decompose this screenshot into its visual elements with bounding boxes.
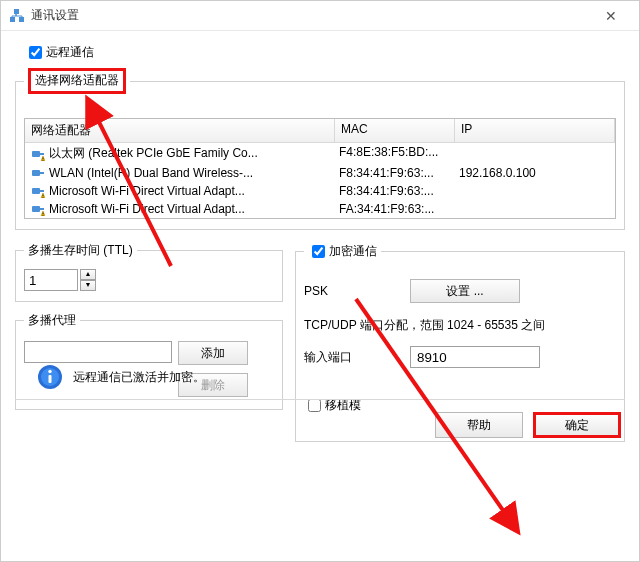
adapter-name: Microsoft Wi-Fi Direct Virtual Adapt... — [49, 202, 245, 216]
legend-highlight: 选择网络适配器 — [28, 68, 126, 94]
svg-rect-9 — [32, 188, 40, 194]
adapter-mac: F8:34:41:F9:63:... — [335, 184, 455, 198]
svg-rect-4 — [40, 153, 44, 155]
table-body: 以太网 (Realtek PCIe GbE Family Co...F4:8E:… — [25, 143, 615, 218]
table-row[interactable]: Microsoft Wi-Fi Direct Virtual Adapt...F… — [25, 200, 615, 218]
remote-comm-input[interactable] — [29, 46, 42, 59]
table-row[interactable]: 以太网 (Realtek PCIe GbE Family Co...F4:8E:… — [25, 143, 615, 164]
ttl-spin-up[interactable]: ▲ — [80, 269, 96, 280]
help-button[interactable]: 帮助 — [435, 412, 523, 438]
svg-rect-16 — [43, 215, 44, 216]
divider — [15, 399, 625, 400]
port-label: 输入端口 — [304, 349, 410, 366]
adapter-mac: FA:34:41:F9:63:... — [335, 202, 455, 216]
proxy-legend: 多播代理 — [24, 312, 80, 329]
adapter-mac: F8:34:41:F9:63:... — [335, 166, 455, 180]
svg-rect-12 — [43, 197, 44, 198]
svg-point-20 — [48, 370, 51, 373]
transplant-input[interactable] — [308, 399, 321, 412]
svg-rect-19 — [49, 375, 52, 383]
close-button[interactable]: ✕ — [591, 3, 631, 28]
bottom-buttons: 帮助 确定 — [435, 412, 621, 438]
svg-rect-13 — [32, 206, 40, 212]
svg-rect-3 — [32, 151, 40, 157]
app-icon — [9, 8, 25, 24]
adapter-mac: F4:8E:38:F5:BD:... — [335, 145, 455, 162]
adapter-legend: 选择网络适配器 — [24, 68, 130, 94]
dialog-window: 通讯设置 ✕ 远程通信 选择网络适配器 网络适配器 MAC IP 以太网 (Re… — [0, 0, 640, 562]
svg-rect-6 — [43, 160, 44, 161]
ttl-legend: 多播生存时间 (TTL) — [24, 242, 137, 259]
adapter-table: 网络适配器 MAC IP 以太网 (Realtek PCIe GbE Famil… — [24, 118, 616, 219]
status-text: 远程通信已激活并加密。 — [73, 369, 205, 386]
table-row[interactable]: WLAN (Intel(R) Dual Band Wireless-...F8:… — [25, 164, 615, 182]
psk-setting-button[interactable]: 设置 ... — [410, 279, 520, 303]
network-adapter-icon — [31, 184, 45, 198]
col-mac[interactable]: MAC — [335, 119, 455, 142]
remote-comm-checkbox[interactable]: 远程通信 — [25, 43, 625, 62]
svg-rect-15 — [43, 213, 44, 215]
ttl-spin-down[interactable]: ▼ — [80, 280, 96, 291]
adapter-ip — [455, 184, 615, 198]
psk-label: PSK — [304, 284, 410, 298]
adapter-name: 以太网 (Realtek PCIe GbE Family Co... — [49, 145, 258, 162]
col-ip[interactable]: IP — [455, 119, 615, 142]
proxy-add-button[interactable]: 添加 — [178, 341, 248, 365]
adapter-fieldset: 选择网络适配器 网络适配器 MAC IP 以太网 (Realtek PCIe G… — [15, 68, 625, 230]
svg-rect-5 — [43, 157, 44, 159]
svg-rect-10 — [40, 190, 44, 192]
window-title: 通讯设置 — [31, 7, 591, 24]
adapter-ip — [455, 145, 615, 162]
dialog-content: 远程通信 选择网络适配器 网络适配器 MAC IP 以太网 (Realtek P… — [1, 31, 639, 450]
encrypt-legend: 加密通信 — [304, 242, 381, 261]
svg-rect-0 — [10, 17, 15, 22]
table-header: 网络适配器 MAC IP — [25, 119, 615, 143]
remote-comm-label: 远程通信 — [46, 44, 94, 61]
svg-rect-8 — [40, 172, 44, 174]
proxy-fieldset: 多播代理 添加 删除 — [15, 312, 283, 410]
svg-rect-2 — [14, 9, 19, 14]
adapter-name: WLAN (Intel(R) Dual Band Wireless-... — [49, 166, 253, 180]
table-row[interactable]: Microsoft Wi-Fi Direct Virtual Adapt...F… — [25, 182, 615, 200]
svg-rect-11 — [43, 195, 44, 197]
port-note: TCP/UDP 端口分配，范围 1024 - 65535 之间 — [304, 317, 616, 334]
encrypt-checkbox[interactable]: 加密通信 — [308, 242, 377, 261]
left-column: 多播生存时间 (TTL) ▲ ▼ 多播代理 添加 — [15, 242, 283, 442]
ok-button[interactable]: 确定 — [533, 412, 621, 438]
network-adapter-icon — [31, 166, 45, 180]
adapter-name: Microsoft Wi-Fi Direct Virtual Adapt... — [49, 184, 245, 198]
network-adapter-icon — [31, 202, 45, 216]
ttl-input[interactable] — [24, 269, 78, 291]
status-row: 远程通信已激活并加密。 — [37, 364, 205, 390]
encrypt-input[interactable] — [312, 245, 325, 258]
port-input[interactable] — [410, 346, 540, 368]
svg-rect-1 — [19, 17, 24, 22]
svg-rect-14 — [40, 208, 44, 210]
info-icon — [37, 364, 63, 390]
network-adapter-icon — [31, 147, 45, 161]
ttl-fieldset: 多播生存时间 (TTL) ▲ ▼ — [15, 242, 283, 302]
adapter-ip — [455, 202, 615, 216]
svg-rect-7 — [32, 170, 40, 176]
proxy-input[interactable] — [24, 341, 172, 363]
adapter-ip: 192.168.0.100 — [455, 166, 615, 180]
titlebar: 通讯设置 ✕ — [1, 1, 639, 31]
col-adapter[interactable]: 网络适配器 — [25, 119, 335, 142]
